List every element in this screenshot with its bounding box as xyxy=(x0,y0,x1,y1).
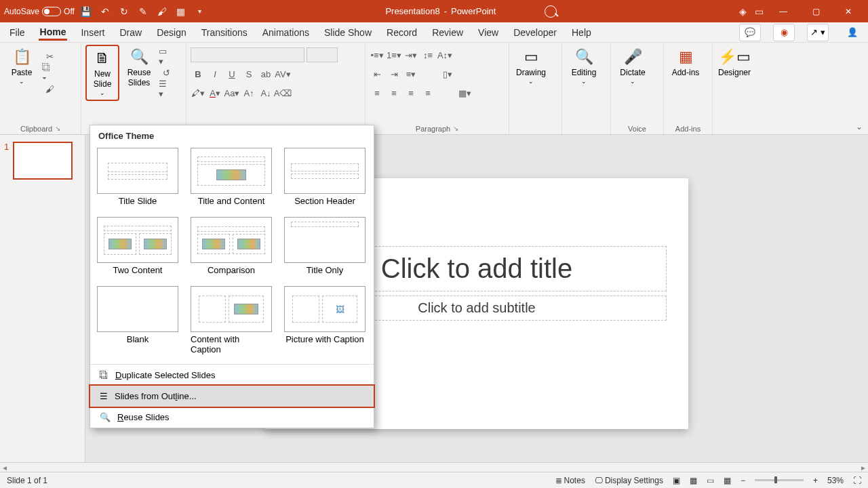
diamond-icon[interactable]: ◈ xyxy=(735,4,750,19)
align-left-icon[interactable]: ≡ xyxy=(370,85,384,100)
align-center-icon[interactable]: ≡ xyxy=(387,85,401,100)
highlight-icon[interactable]: 🖍▾ xyxy=(191,85,205,100)
strike-icon[interactable]: S xyxy=(241,66,256,81)
display-settings-button[interactable]: 🖵Display Settings xyxy=(595,476,663,485)
smartart-icon[interactable]: ▦▾ xyxy=(457,85,472,100)
shrink-font-icon[interactable]: A↓ xyxy=(258,85,273,100)
grow-font-icon[interactable]: A↑ xyxy=(241,85,256,100)
zoom-level[interactable]: 53% xyxy=(827,476,844,485)
bold-icon[interactable]: B xyxy=(191,66,205,81)
layout-title-slide[interactable]: Title Slide xyxy=(97,148,178,206)
undo-icon[interactable]: ↶ xyxy=(98,4,113,19)
tab-draw[interactable]: Draw xyxy=(118,24,143,41)
save-icon[interactable]: 💾 xyxy=(79,4,94,19)
tab-review[interactable]: Review xyxy=(431,24,465,41)
reuse-slides-button[interactable]: 🔍 Reuse Slides xyxy=(122,45,156,91)
bullets-icon[interactable]: •≡▾ xyxy=(370,47,384,62)
numbering-icon[interactable]: 1≡▾ xyxy=(387,47,401,62)
layout-picture-caption[interactable]: 🖼Picture with Caption xyxy=(284,286,366,354)
change-case-icon[interactable]: Aa▾ xyxy=(224,85,239,100)
font-color-icon[interactable]: A▾ xyxy=(208,85,222,100)
minimize-button[interactable]: — xyxy=(768,0,799,22)
maximize-button[interactable]: ▢ xyxy=(800,0,831,22)
dictate-button[interactable]: 🎤Dictate⌄ xyxy=(615,45,650,88)
autosave-toggle[interactable]: AutoSave Off xyxy=(4,7,75,16)
share-button[interactable]: ↗ ▾ xyxy=(807,24,829,41)
sorter-view-icon[interactable]: ▦ xyxy=(690,476,697,485)
slides-from-outline-item[interactable]: ☰Slides from Outline... xyxy=(89,384,375,408)
duplicate-slides-item[interactable]: ⿻Duplicate Selected Slides xyxy=(90,365,374,386)
section-icon[interactable]: ☰ ▾ xyxy=(159,81,174,96)
align-text-icon[interactable]: ≡▾ xyxy=(403,66,418,81)
cut-icon[interactable]: ✂ xyxy=(42,49,57,64)
touch-mode-icon[interactable]: ✎ xyxy=(136,4,151,19)
layout-content-caption[interactable]: Content with Caption xyxy=(191,286,272,354)
format-painter-icon[interactable]: 🖌 xyxy=(42,81,57,96)
redo-icon[interactable]: ↻ xyxy=(117,4,132,19)
reuse-slides-item[interactable]: 🔍Reuse Slides xyxy=(90,407,374,428)
tab-slideshow[interactable]: Slide Show xyxy=(323,24,373,41)
tab-file[interactable]: File xyxy=(8,24,26,41)
account-icon[interactable]: 👤 xyxy=(845,25,860,40)
slideshow-view-icon[interactable]: ▦ xyxy=(724,476,731,485)
tab-transitions[interactable]: Transitions xyxy=(200,24,249,41)
tab-help[interactable]: Help xyxy=(570,24,593,41)
layout-icon[interactable]: ▭ ▾ xyxy=(159,49,174,64)
zoom-out-button[interactable]: − xyxy=(741,476,745,485)
zoom-in-button[interactable]: + xyxy=(813,476,818,485)
justify-icon[interactable]: ≡ xyxy=(420,85,435,100)
font-family-input[interactable] xyxy=(191,47,304,62)
drawing-button[interactable]: ▭Drawing⌄ xyxy=(513,45,549,88)
horizontal-scrollbar[interactable]: ◂▸ xyxy=(0,462,868,472)
ribbon-display-icon[interactable]: ▭ xyxy=(751,4,766,19)
new-slide-button[interactable]: 🗎 New Slide⌄ xyxy=(85,45,119,101)
tab-developer[interactable]: Developer xyxy=(512,24,558,41)
shadow-icon[interactable]: ab xyxy=(258,66,273,81)
zoom-slider[interactable] xyxy=(755,479,804,481)
reset-icon[interactable]: ↺ xyxy=(159,65,174,80)
close-button[interactable]: ✕ xyxy=(833,0,864,22)
layout-comparison[interactable]: Comparison xyxy=(191,217,272,275)
tab-record[interactable]: Record xyxy=(385,24,418,41)
clear-format-icon[interactable]: A⌫ xyxy=(275,85,290,100)
layout-section-header[interactable]: Section Header xyxy=(284,148,366,206)
char-spacing-icon[interactable]: AV▾ xyxy=(275,66,290,81)
comments-button[interactable]: 💬 xyxy=(739,24,761,41)
tab-insert[interactable]: Insert xyxy=(79,24,106,41)
underline-icon[interactable]: U xyxy=(224,66,239,81)
camera-button[interactable]: ◉ xyxy=(773,24,795,41)
dec-indent-icon[interactable]: ⇤ xyxy=(370,66,384,81)
paragraph-launcher-icon[interactable]: ↘ xyxy=(453,125,458,133)
reading-view-icon[interactable]: ▭ xyxy=(707,476,714,485)
notes-button[interactable]: ≣Notes xyxy=(555,476,585,485)
tab-design[interactable]: Design xyxy=(155,24,188,41)
addins-button[interactable]: ▦Add-ins xyxy=(668,45,703,81)
align-right-icon[interactable]: ≡ xyxy=(403,85,418,100)
line-spacing-icon[interactable]: ↕≡ xyxy=(420,47,435,62)
layout-title-only[interactable]: Title Only xyxy=(284,217,366,275)
search-icon[interactable] xyxy=(545,5,557,18)
clipboard-launcher-icon[interactable]: ↘ xyxy=(55,125,60,133)
copy-icon[interactable]: ⿻ ▾ xyxy=(42,65,57,80)
collapse-ribbon-icon[interactable]: ⌄ xyxy=(856,122,863,131)
tab-home[interactable]: Home xyxy=(39,24,68,41)
fit-to-window-icon[interactable]: ⛶ xyxy=(853,476,861,485)
text-direction-icon[interactable]: A↕▾ xyxy=(437,47,452,62)
paste-button[interactable]: 📋 Paste⌄ xyxy=(4,45,39,88)
inc-indent-icon[interactable]: ⇥ xyxy=(387,66,401,81)
list-level-icon[interactable]: ⇥▾ xyxy=(403,47,418,62)
layout-blank[interactable]: Blank xyxy=(97,286,178,354)
font-size-input[interactable] xyxy=(307,47,338,62)
brush-icon[interactable]: 🖌 xyxy=(155,4,170,19)
designer-button[interactable]: ⚡▭Designer xyxy=(717,45,752,81)
slide-thumbnail-1[interactable] xyxy=(13,142,73,180)
start-show-icon[interactable]: ▦ xyxy=(174,4,189,19)
qat-more-icon[interactable]: ▾ xyxy=(193,4,208,19)
italic-icon[interactable]: I xyxy=(208,66,222,81)
align-vertical-icon[interactable]: ▯▾ xyxy=(440,66,455,81)
layout-two-content[interactable]: Two Content xyxy=(97,217,178,275)
layout-title-content[interactable]: Title and Content xyxy=(191,148,272,206)
normal-view-icon[interactable]: ▣ xyxy=(673,476,680,485)
tab-animations[interactable]: Animations xyxy=(261,24,311,41)
tab-view[interactable]: View xyxy=(477,24,500,41)
